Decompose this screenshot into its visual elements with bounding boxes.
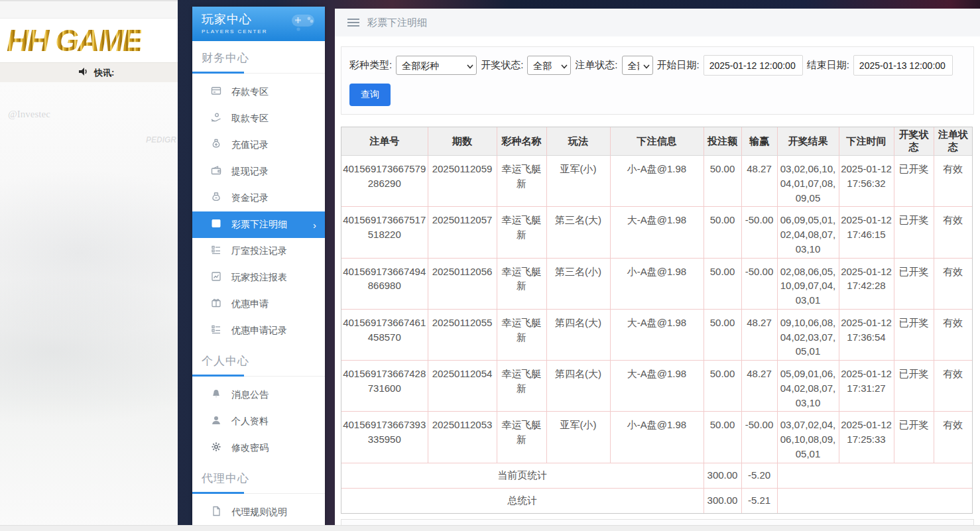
table-cell: 幸运飞艇新 bbox=[497, 412, 546, 463]
table-cell: 50.00 bbox=[704, 156, 741, 207]
table-cell: 有效 bbox=[934, 258, 972, 309]
brand-logo: HH GAME bbox=[7, 23, 141, 58]
end-date-label: 结束日期: bbox=[807, 59, 849, 72]
column-header: 投注额 bbox=[704, 127, 741, 156]
table-cell: 已开奖 bbox=[894, 207, 934, 258]
sidebar-item[interactable]: 优惠申请 bbox=[192, 291, 325, 318]
left-region: HH GAME 快讯: @Investec PEDIGR bbox=[0, 0, 178, 531]
sidebar-item-label: 代理规则说明 bbox=[231, 506, 287, 518]
sidebar-item[interactable]: 玩家投注报表 bbox=[192, 265, 325, 291]
table-cell: 50.00 bbox=[704, 207, 741, 258]
table-cell: 48.27 bbox=[741, 361, 777, 412]
left-topbar bbox=[0, 0, 178, 19]
summary-label: 总统计 bbox=[341, 488, 704, 513]
table-cell: 幸运飞艇新 bbox=[497, 309, 546, 360]
table-cell: 亚军(小) bbox=[546, 156, 610, 207]
table-cell: 20250112057 bbox=[428, 207, 497, 258]
column-header: 输赢 bbox=[741, 127, 777, 156]
table-cell: 2025-01-12 17:36:54 bbox=[839, 309, 894, 360]
sidebar-item-label: 彩票下注明细 bbox=[231, 219, 287, 231]
main-topbar: 彩票下注明细 bbox=[335, 9, 980, 36]
sidebar: 玩家中心 PLAYERS CENTER 财务中心存款专区取款专区充值记录提现记录… bbox=[192, 7, 325, 531]
table-cell: 50.00 bbox=[704, 258, 741, 309]
table-cell: -50.00 bbox=[741, 207, 777, 258]
sidebar-item-label: 充值记录 bbox=[231, 139, 269, 151]
sidebar-item[interactable]: 彩票下注明细› bbox=[192, 211, 325, 238]
profile-icon bbox=[211, 415, 221, 428]
funds-record-icon bbox=[211, 192, 221, 205]
news-ticker-bar: 快讯: bbox=[0, 62, 178, 82]
sidebar-item-label: 存款专区 bbox=[231, 86, 269, 98]
sidebar-item-label: 提现记录 bbox=[231, 166, 269, 178]
table-cell: 02,08,06,05,10,09,07,04,03,01 bbox=[777, 258, 839, 309]
table-cell: 03,02,06,10,04,01,07,08,09,05 bbox=[777, 156, 839, 207]
table-cell: 大-A盘@1.98 bbox=[610, 361, 704, 412]
sidebar-item[interactable]: 代理规则说明 bbox=[192, 499, 325, 526]
table-row: 40156917366749486698020250112056幸运飞艇新第三名… bbox=[341, 258, 972, 309]
sidebar-item[interactable]: 提现记录 bbox=[192, 158, 325, 185]
table-cell: 50.00 bbox=[704, 309, 741, 360]
deposit-icon bbox=[211, 86, 221, 99]
table-cell: -50.00 bbox=[741, 412, 777, 463]
search-button[interactable]: 查询 bbox=[349, 84, 391, 106]
table-cell: 第四名(大) bbox=[546, 361, 610, 412]
summary-bet-total: 300.00 bbox=[704, 463, 741, 488]
table-cell: 401569173667517518220 bbox=[341, 207, 428, 258]
start-date-input[interactable] bbox=[704, 55, 803, 76]
section-header: 代理中心 bbox=[192, 461, 325, 492]
summary-empty-cell bbox=[777, 463, 972, 488]
table-cell: 小-A盘@1.98 bbox=[610, 258, 704, 309]
column-header: 下注时间 bbox=[839, 127, 894, 156]
sidebar-item[interactable]: 个人资料 bbox=[192, 408, 325, 435]
table-cell: 已开奖 bbox=[894, 156, 934, 207]
main-panel: 彩票下注明细 彩种类型: 全部彩种 开奖状态: 全部 注单状态: 全部 bbox=[335, 9, 980, 531]
column-header: 开奖状态 bbox=[894, 127, 934, 156]
table-cell: 20250112056 bbox=[428, 258, 497, 309]
menu-toggle-icon[interactable] bbox=[347, 19, 359, 27]
news-label: 快讯: bbox=[94, 67, 114, 79]
sidebar-item[interactable]: 优惠申请记录 bbox=[192, 318, 325, 344]
lottery-type-label: 彩种类型: bbox=[349, 59, 392, 72]
sidebar-item-label: 玩家投注报表 bbox=[231, 272, 287, 284]
sidebar-item-label: 优惠申请记录 bbox=[231, 325, 287, 337]
end-date-input[interactable] bbox=[853, 55, 953, 76]
lottery-type-select[interactable]: 全部彩种 bbox=[396, 56, 477, 75]
summary-row: 当前页统计300.00-5.20 bbox=[341, 463, 972, 488]
table-cell: 有效 bbox=[934, 309, 972, 360]
sidebar-item[interactable]: 取款专区 bbox=[192, 105, 325, 132]
sidebar-item[interactable]: 充值记录 bbox=[192, 132, 325, 158]
sidebar-sections: 财务中心存款专区取款专区充值记录提现记录资金记录彩票下注明细›厅室投注记录玩家投… bbox=[192, 41, 325, 531]
section-underline bbox=[192, 492, 325, 494]
sidebar-item[interactable]: 修改密码 bbox=[192, 435, 325, 461]
table-cell: 401569173667393335950 bbox=[341, 412, 428, 463]
sidebar-item[interactable]: 厅室投注记录 bbox=[192, 238, 325, 265]
sidebar-item[interactable]: 消息公告 bbox=[192, 382, 325, 408]
table-cell: 2025-01-12 17:25:33 bbox=[839, 412, 894, 463]
table-row: 40156917366742873160020250112054幸运飞艇新第四名… bbox=[341, 361, 972, 412]
table-cell: 大-A盘@1.98 bbox=[610, 207, 704, 258]
column-header: 注单状态 bbox=[934, 127, 972, 156]
horizontal-scrollbar[interactable] bbox=[0, 525, 980, 531]
column-header: 玩法 bbox=[546, 127, 610, 156]
player-bet-report-icon bbox=[211, 271, 221, 284]
table-row: 40156917366746145857020250112055幸运飞艇新第四名… bbox=[341, 309, 972, 360]
summary-winloss-total: -5.20 bbox=[741, 463, 777, 488]
table-cell: 已开奖 bbox=[894, 258, 934, 309]
table-cell: 亚军(小) bbox=[546, 412, 610, 463]
sidebar-item[interactable]: 存款专区 bbox=[192, 79, 325, 105]
table-cell: 幸运飞艇新 bbox=[497, 361, 546, 412]
table-row: 40156917366751751822020250112057幸运飞艇新第三名… bbox=[341, 207, 972, 258]
hall-bet-record-icon bbox=[211, 245, 221, 258]
column-header: 注单号 bbox=[341, 127, 428, 156]
draw-status-select[interactable]: 全部 bbox=[527, 56, 571, 75]
table-cell: 第三名(小) bbox=[546, 258, 610, 309]
table-cell: 48.27 bbox=[741, 156, 777, 207]
withdraw-icon bbox=[211, 112, 221, 125]
table-cell: 已开奖 bbox=[894, 412, 934, 463]
sidebar-item[interactable]: 资金记录 bbox=[192, 185, 325, 211]
sidebar-item-label: 修改密码 bbox=[231, 442, 269, 454]
sidebar-item-label: 厅室投注记录 bbox=[231, 245, 287, 257]
table-cell: 20250112054 bbox=[428, 361, 497, 412]
bet-status-select[interactable]: 全部 bbox=[622, 56, 653, 75]
table-cell: 2025-01-12 17:42:28 bbox=[839, 258, 894, 309]
